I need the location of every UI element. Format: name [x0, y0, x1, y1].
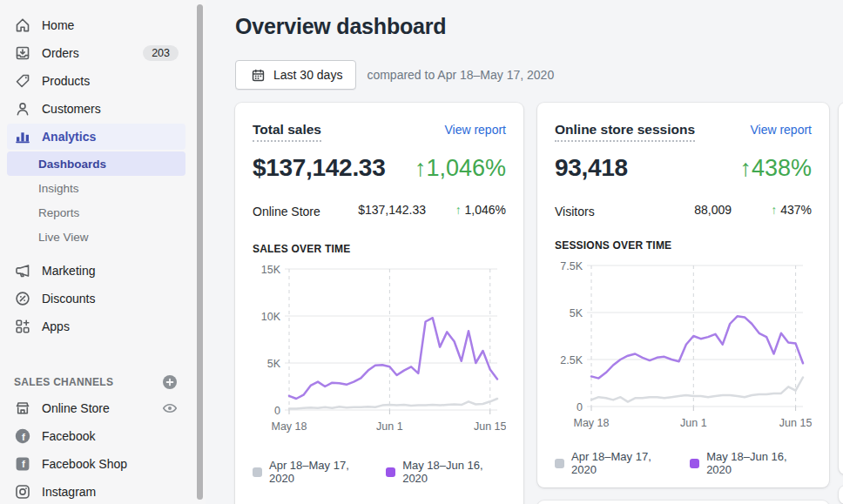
legend-swatch-current: [386, 467, 395, 477]
tag-icon: [14, 72, 31, 90]
svg-text:f: f: [22, 432, 25, 442]
sidebar-scrollbar[interactable]: [197, 4, 203, 500]
main-content: Overview dashboard Last 30 days compared…: [206, 0, 843, 504]
home-icon: [14, 17, 31, 34]
sidebar-item-online-store[interactable]: Online Store: [7, 395, 185, 421]
breakdown-label: Online Store: [253, 203, 326, 220]
total-sales-change: ↑1,046%: [415, 155, 506, 182]
megaphone-icon: [14, 262, 31, 279]
svg-text:f: f: [22, 459, 25, 469]
svg-text:Jun 1: Jun 1: [680, 417, 707, 429]
discount-icon: [14, 290, 31, 307]
sessions-chart-heading: SESSIONS OVER TIME: [555, 239, 812, 252]
orders-icon: [14, 44, 31, 62]
svg-text:Jun 15: Jun 15: [779, 417, 812, 429]
shopify-admin: Home Orders 203 Products Customers: [0, 0, 843, 504]
visitors-change: ↑ 437%: [732, 203, 812, 217]
sidebar-item-dashboards[interactable]: Dashboards: [7, 151, 185, 176]
page-title: Overview dashboard: [235, 14, 446, 39]
sales-breakdown-row: Online Store $137,142.33 ↑ 1,046%: [253, 203, 506, 220]
up-arrow-icon: ↑: [455, 203, 462, 217]
svg-text:May 18: May 18: [574, 417, 610, 429]
apps-grid-icon: [14, 318, 31, 335]
svg-text:0: 0: [274, 405, 280, 417]
sidebar-item-insights[interactable]: Insights: [7, 176, 185, 200]
legend-swatch-previous: [555, 459, 564, 468]
sidebar-item-reports[interactable]: Reports: [7, 200, 185, 225]
bar-chart-icon: [14, 128, 31, 145]
compare-period-text: compared to Apr 18–May 17, 2020: [367, 68, 554, 82]
svg-text:7.5K: 7.5K: [560, 260, 583, 272]
svg-text:Jun 1: Jun 1: [376, 420, 403, 433]
sessions-value: 93,418: [555, 154, 628, 182]
instagram-icon: [14, 483, 31, 501]
visitors-row: Visitors 88,009 ↑ 437%: [555, 203, 812, 220]
storefront-icon: [14, 400, 31, 417]
legend-swatch-current: [690, 459, 699, 468]
orders-count-badge: 203: [143, 45, 179, 61]
date-range-label: Last 30 days: [273, 68, 342, 82]
visitors-value: 88,009: [628, 203, 732, 217]
legend-swatch-previous: [253, 467, 262, 477]
add-channel-button[interactable]: [161, 373, 179, 391]
svg-text:5K: 5K: [570, 307, 583, 319]
visitors-label: Visitors: [555, 203, 628, 220]
breakdown-value: $137,142.33: [326, 203, 426, 217]
sidebar-item-customers[interactable]: Customers: [7, 96, 185, 122]
sessions-chart-legend: Apr 18–May 17, 2020 May 18–Jun 16, 2020: [555, 450, 812, 476]
svg-text:10K: 10K: [261, 311, 281, 323]
eye-icon[interactable]: [161, 400, 179, 417]
sessions-change: ↑438%: [739, 155, 812, 182]
sidebar-item-products[interactable]: Products: [7, 68, 185, 94]
sales-channels-header: SALES CHANNELS: [7, 369, 185, 395]
sales-over-time-chart: 05K10K15KMay 18Jun 1Jun 15: [253, 262, 506, 436]
sidebar-item-orders[interactable]: Orders 203: [7, 40, 185, 66]
next-card-partial: [537, 501, 829, 504]
breakdown-change: ↑ 1,046%: [426, 203, 506, 217]
legend-label-current: May 18–Jun 16, 2020: [402, 459, 506, 485]
view-report-link-sales[interactable]: View report: [444, 123, 506, 137]
legend-label-current: May 18–Jun 16, 2020: [706, 450, 812, 476]
online-store-sessions-card: Online store sessions View report 93,418…: [537, 103, 829, 487]
person-icon: [14, 100, 31, 118]
sidebar-item-analytics[interactable]: Analytics: [7, 124, 185, 150]
sidebar-item-facebook[interactable]: f Facebook: [7, 423, 185, 449]
total-sales-card: Total sales View report $137,142.33 ↑1,0…: [235, 103, 523, 504]
sidebar-item-instagram[interactable]: Instagram: [7, 479, 185, 504]
svg-text:0: 0: [577, 401, 583, 413]
sidebar-item-live-view[interactable]: Live View: [7, 225, 185, 249]
calendar-icon: [249, 66, 266, 84]
legend-label-previous: Apr 18–May 17, 2020: [571, 450, 676, 476]
facebook-icon: f: [14, 427, 31, 445]
view-report-link-sessions[interactable]: View report: [750, 123, 812, 137]
date-range-button[interactable]: Last 30 days: [235, 60, 356, 90]
svg-text:Jun 15: Jun 15: [474, 420, 506, 433]
divider: [7, 249, 185, 258]
card-title-total-sales[interactable]: Total sales: [253, 122, 321, 142]
sidebar-item-facebook-shop[interactable]: f Facebook Shop: [7, 451, 185, 477]
total-sales-value: $137,142.33: [253, 154, 385, 182]
date-controls: Last 30 days compared to Apr 18–May 17, …: [235, 60, 554, 90]
sales-chart-legend: Apr 18–May 17, 2020 May 18–Jun 16, 2020: [253, 459, 506, 485]
sidebar-item-home[interactable]: Home: [7, 12, 185, 38]
up-arrow-icon: ↑: [771, 203, 777, 217]
svg-text:5K: 5K: [267, 358, 281, 370]
sidebar-item-discounts[interactable]: Discounts: [7, 286, 185, 312]
svg-text:May 18: May 18: [272, 420, 307, 433]
card-title-sessions[interactable]: Online store sessions: [555, 122, 695, 142]
legend-label-previous: Apr 18–May 17, 2020: [269, 459, 372, 485]
sidebar-item-marketing[interactable]: Marketing: [7, 258, 185, 284]
svg-text:15K: 15K: [261, 264, 281, 276]
sidebar-item-apps[interactable]: Apps: [7, 313, 185, 339]
svg-text:2.5K: 2.5K: [560, 354, 583, 366]
sessions-over-time-chart: 02.5K5K7.5KMay 18Jun 1Jun 15: [555, 259, 812, 433]
facebook-shop-icon: f: [14, 455, 31, 473]
right-card-partial-2: [839, 486, 843, 504]
right-card-partial: [839, 103, 843, 474]
sales-chart-heading: SALES OVER TIME: [253, 243, 506, 255]
sidebar-nav: Home Orders 203 Products Customers: [0, 0, 206, 504]
